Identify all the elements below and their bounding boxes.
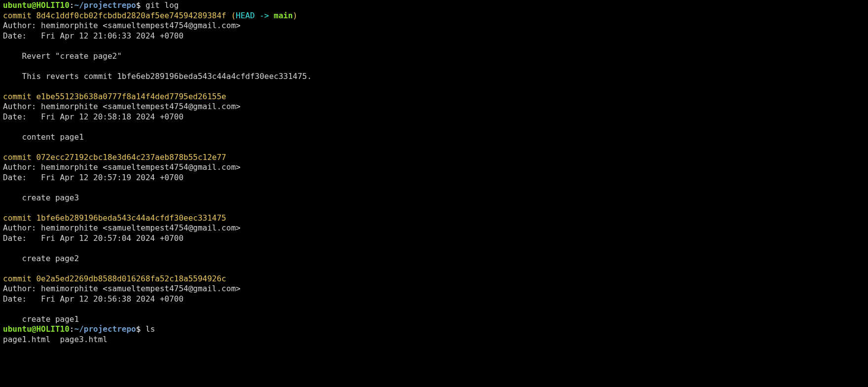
prompt-user: ubuntu@HOLIT10: [3, 0, 70, 10]
commit-date: Date: Fri Apr 12 20:57:04 2024 +0700: [3, 233, 183, 243]
ref-open: (: [226, 11, 236, 20]
commit-msg: Revert "create page2": [3, 51, 122, 61]
ref-close: ): [293, 11, 298, 20]
prompt-path: ~/projectrepo: [74, 0, 136, 10]
prompt-path: ~/projectrepo: [74, 324, 136, 334]
commit-line: commit 072ecc27192cbc18e3d64c237aeb878b5…: [3, 153, 226, 162]
prompt-colon: :: [70, 324, 74, 334]
commit-author: Author: hemimorphite <samueltempest4754@…: [3, 102, 241, 111]
commit-line: commit 8d4c1ddf0cb02fcbdbd2820af5ee74594…: [3, 11, 226, 20]
commit-line: commit e1be55123b638a0777f8a14f4ded7795e…: [3, 92, 226, 101]
terminal-output[interactable]: ubuntu@HOLIT10:~/projectrepo$ git log co…: [0, 0, 868, 345]
commit-msg: create page3: [3, 193, 79, 202]
commit-author: Author: hemimorphite <samueltempest4754@…: [3, 223, 241, 232]
commit-date: Date: Fri Apr 12 20:57:19 2024 +0700: [3, 173, 183, 182]
command-ls: ls: [145, 324, 155, 334]
commit-author: Author: hemimorphite <samueltempest4754@…: [3, 21, 241, 30]
ref-head: HEAD ->: [236, 11, 274, 20]
commit-msg: create page1: [3, 314, 79, 324]
commit-author: Author: hemimorphite <samueltempest4754@…: [3, 284, 241, 293]
prompt-colon: :: [70, 0, 74, 10]
ref-branch: main: [274, 11, 293, 20]
prompt-dollar: $: [136, 0, 145, 10]
commit-author: Author: hemimorphite <samueltempest4754@…: [3, 162, 241, 172]
ls-output: page1.html page3.html: [3, 335, 108, 344]
commit-msg: This reverts commit 1bfe6eb289196beda543…: [3, 72, 312, 81]
commit-msg: create page2: [3, 254, 79, 263]
prompt-user: ubuntu@HOLIT10: [3, 324, 70, 334]
commit-date: Date: Fri Apr 12 21:06:33 2024 +0700: [3, 31, 183, 40]
commit-line: commit 0e2a5ed2269db8588d016268fa52c18a5…: [3, 274, 226, 283]
commit-line: commit 1bfe6eb289196beda543c44a4cfdf30ee…: [3, 213, 226, 223]
commit-date: Date: Fri Apr 12 20:58:18 2024 +0700: [3, 112, 183, 121]
commit-msg: content page1: [3, 132, 84, 142]
commit-date: Date: Fri Apr 12 20:56:38 2024 +0700: [3, 294, 183, 304]
command-git-log: git log: [145, 0, 179, 10]
prompt-dollar: $: [136, 324, 145, 334]
